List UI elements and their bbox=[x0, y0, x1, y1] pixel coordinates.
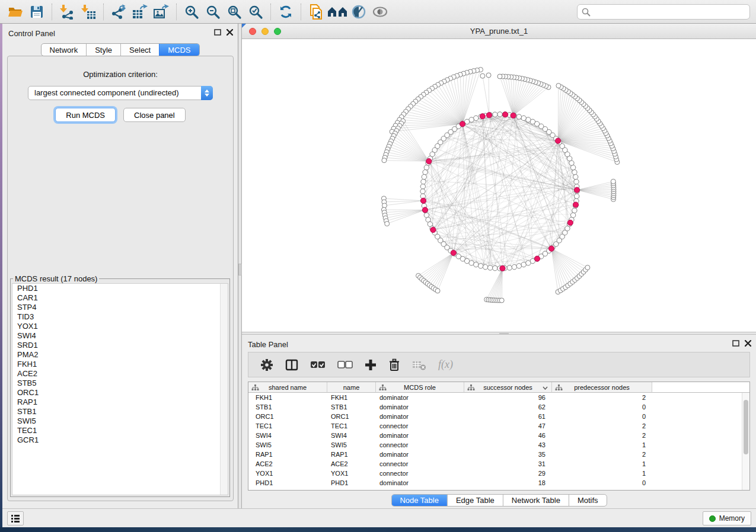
mcds-result-item[interactable]: STB1 bbox=[12, 407, 228, 416]
network-node[interactable] bbox=[382, 158, 387, 163]
mcds-result-item[interactable]: SWI5 bbox=[12, 416, 228, 426]
table-cell[interactable]: ACE2 bbox=[327, 460, 376, 467]
network-node[interactable] bbox=[423, 170, 428, 175]
select-all-checkboxes-icon[interactable] bbox=[310, 361, 326, 369]
network-node[interactable] bbox=[497, 112, 502, 117]
table-cell[interactable]: 0 bbox=[552, 479, 652, 486]
sort-descending-icon[interactable] bbox=[543, 386, 548, 390]
network-node[interactable] bbox=[573, 174, 578, 179]
gear-icon[interactable] bbox=[260, 358, 273, 371]
network-node[interactable] bbox=[548, 246, 554, 251]
table-row[interactable]: ACE2ACE2connector311 bbox=[248, 459, 749, 469]
mcds-result-item[interactable]: FKH1 bbox=[12, 360, 228, 369]
mcds-result-item[interactable]: ORC1 bbox=[12, 388, 228, 398]
network-node[interactable] bbox=[486, 73, 491, 78]
table-cell[interactable]: connector bbox=[376, 460, 464, 467]
table-cell[interactable]: 31 bbox=[464, 460, 552, 467]
mcds-result-item[interactable]: PHD1 bbox=[12, 284, 228, 293]
network-node[interactable] bbox=[611, 179, 615, 184]
table-cell[interactable]: connector bbox=[376, 422, 464, 430]
table-cell[interactable]: SWI4 bbox=[327, 432, 376, 439]
network-node[interactable] bbox=[574, 187, 579, 193]
table-row[interactable]: TEC1TEC1connector472 bbox=[248, 421, 749, 431]
table-scrollbar[interactable] bbox=[742, 393, 749, 490]
network-node[interactable] bbox=[451, 250, 456, 255]
network-node[interactable] bbox=[575, 194, 579, 198]
table-cell[interactable]: SWI4 bbox=[248, 432, 327, 439]
column-header-shared-name[interactable]: shared name bbox=[248, 382, 327, 393]
network-node[interactable] bbox=[570, 165, 575, 170]
network-node[interactable] bbox=[534, 256, 540, 261]
log-console-button[interactable] bbox=[7, 511, 24, 525]
network-node[interactable] bbox=[421, 180, 426, 184]
network-node[interactable] bbox=[426, 159, 432, 164]
network-graph[interactable] bbox=[242, 39, 756, 332]
network-node[interactable] bbox=[521, 262, 526, 267]
table-cell[interactable]: RAP1 bbox=[248, 451, 327, 458]
network-node[interactable] bbox=[424, 165, 429, 170]
tab-motifs[interactable]: Motifs bbox=[569, 495, 607, 506]
clone-network-icon[interactable] bbox=[305, 2, 327, 21]
table-cell[interactable]: 1 bbox=[552, 441, 652, 448]
refresh-icon[interactable] bbox=[275, 2, 296, 21]
network-node[interactable] bbox=[556, 84, 561, 88]
network-node[interactable] bbox=[572, 208, 577, 213]
network-node[interactable] bbox=[567, 220, 573, 225]
mcds-result-item[interactable]: RAP1 bbox=[12, 398, 228, 407]
table-cell[interactable]: SWI5 bbox=[248, 441, 327, 448]
table-cell[interactable]: connector bbox=[376, 470, 464, 477]
table-cell[interactable]: 35 bbox=[464, 451, 552, 458]
table-cell[interactable]: 96 bbox=[464, 394, 552, 401]
table-row[interactable]: PHD1PHD1dominator180 bbox=[248, 478, 749, 488]
table-row[interactable]: YOX1YOX1connector291 bbox=[248, 469, 749, 478]
tab-select[interactable]: Select bbox=[120, 44, 159, 56]
mcds-result-item[interactable]: CAR1 bbox=[12, 293, 228, 303]
mcds-result-item[interactable]: SRD1 bbox=[12, 341, 228, 350]
column-header-MCDS-role[interactable]: MCDS role bbox=[376, 382, 464, 393]
mcds-result-item[interactable]: TEC1 bbox=[12, 426, 228, 435]
tab-node-table[interactable]: Node Table bbox=[391, 495, 447, 506]
table-row[interactable]: RAP1RAP1dominator352 bbox=[248, 450, 749, 459]
table-cell[interactable]: 46 bbox=[464, 432, 552, 439]
table-cell[interactable]: 62 bbox=[464, 403, 552, 411]
table-cell[interactable]: 2 bbox=[552, 432, 652, 439]
table-cell[interactable]: 47 bbox=[464, 422, 552, 430]
close-panel-button[interactable]: Close panel bbox=[123, 108, 186, 122]
mcds-list-scrollbar[interactable] bbox=[220, 284, 228, 495]
table-cell[interactable]: STB1 bbox=[327, 403, 376, 411]
network-node[interactable] bbox=[422, 207, 428, 213]
network-node[interactable] bbox=[474, 262, 479, 267]
table-cell[interactable]: 2 bbox=[552, 394, 652, 401]
table-cell[interactable]: YOX1 bbox=[327, 470, 376, 477]
network-node[interactable] bbox=[556, 138, 561, 143]
network-node[interactable] bbox=[497, 74, 502, 79]
table-cell[interactable]: 0 bbox=[552, 403, 652, 411]
network-node[interactable] bbox=[424, 213, 429, 217]
table-cell[interactable]: dominator bbox=[376, 451, 464, 458]
network-node[interactable] bbox=[500, 265, 505, 271]
tab-network-table[interactable]: Network Table bbox=[503, 495, 569, 506]
table-cell[interactable]: 2 bbox=[552, 422, 652, 430]
zoom-out-icon[interactable] bbox=[202, 2, 224, 21]
add-column-icon[interactable] bbox=[365, 359, 377, 371]
network-node[interactable] bbox=[493, 112, 497, 117]
table-cell[interactable]: RAP1 bbox=[327, 451, 376, 458]
column-header-successor-nodes[interactable]: successor nodes bbox=[464, 382, 552, 393]
table-cell[interactable]: FKH1 bbox=[327, 394, 376, 401]
network-node[interactable] bbox=[512, 265, 516, 270]
tab-mcds[interactable]: MCDS bbox=[159, 44, 199, 56]
zoom-in-icon[interactable] bbox=[181, 2, 202, 21]
mcds-result-list[interactable]: PHD1CAR1STP4TID3YOX1SWI4SRD1PMA2FKH1ACE2… bbox=[12, 283, 228, 495]
network-node[interactable] bbox=[585, 265, 590, 270]
table-cell[interactable]: ORC1 bbox=[248, 413, 327, 420]
open-folder-icon[interactable] bbox=[5, 2, 26, 21]
mcds-result-item[interactable]: TID3 bbox=[12, 312, 228, 322]
table-cell[interactable]: dominator bbox=[376, 403, 464, 411]
mcds-result-item[interactable]: GCR1 bbox=[12, 435, 228, 445]
tab-edge-table[interactable]: Edge Table bbox=[447, 495, 503, 506]
zoom-selected-icon[interactable] bbox=[245, 2, 266, 21]
delete-trash-icon[interactable] bbox=[388, 358, 400, 371]
table-cell[interactable]: TEC1 bbox=[248, 422, 327, 430]
search-field[interactable] bbox=[594, 8, 749, 17]
column-header-name[interactable]: name bbox=[327, 382, 376, 393]
